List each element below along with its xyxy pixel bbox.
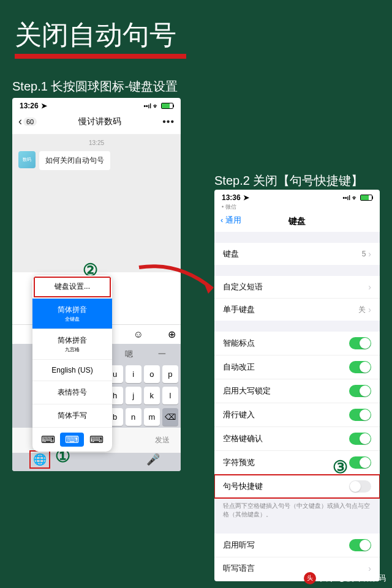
send-button[interactable]: 发送 xyxy=(149,433,176,448)
toggle[interactable] xyxy=(349,409,371,421)
keyboards-cell[interactable]: 键盘5› xyxy=(214,243,380,265)
emoji-icon[interactable]: ☺ xyxy=(134,329,143,340)
status-bar: 13:26➤ ••ılᯤ xyxy=(12,98,181,111)
avatar[interactable]: 数码 xyxy=(18,151,36,168)
kb-opt-label: 简体拼音 xyxy=(58,305,87,314)
phone2-screenshot: 13:36➤ ••ılᯤ • 微信 ‹ 通用 键盘 键盘5› 自定义短语› 单手… xyxy=(214,190,380,581)
kb-mode-left[interactable]: ⌨ xyxy=(36,433,60,447)
chat-title: 慢讨讲数码 xyxy=(37,116,162,127)
toggle[interactable] xyxy=(349,433,371,445)
char-preview-cell[interactable]: 字符预览 xyxy=(214,451,380,475)
toutiao-icon: 头 xyxy=(304,572,316,584)
status-bar: 13:36➤ ••ılᯤ xyxy=(214,190,380,203)
capslock-cell[interactable]: 启用大写锁定 xyxy=(214,379,380,403)
message-bubble: 如何关闭自动句号 xyxy=(39,151,110,170)
keyboard-option-selected[interactable]: 简体拼音 全键盘 xyxy=(32,299,112,329)
message-timestamp: 13:25 xyxy=(12,140,181,146)
dictation-cell[interactable]: 启用听写 xyxy=(214,534,380,557)
wifi-icon: ᯤ xyxy=(352,195,358,201)
slide-cell[interactable]: 滑行键入 xyxy=(214,403,380,427)
key[interactable]: n xyxy=(126,408,141,426)
globe-highlight xyxy=(29,450,50,469)
key[interactable]: j xyxy=(126,387,141,404)
suggestion[interactable]: 一 xyxy=(146,349,178,359)
smart-punct-cell[interactable]: 智能标点 xyxy=(214,332,380,355)
key[interactable]: i xyxy=(126,365,141,383)
toggle[interactable] xyxy=(349,539,371,551)
phrases-cell[interactable]: 自定义短语› xyxy=(214,276,380,299)
delete-key[interactable]: ⌫ xyxy=(162,408,178,426)
status-time: 13:26 xyxy=(20,102,39,110)
plus-icon[interactable]: ⊕ xyxy=(168,329,176,340)
key[interactable]: p xyxy=(162,365,178,383)
mic-icon[interactable]: 🎤 xyxy=(146,453,160,466)
chevron-icon: › xyxy=(368,305,371,314)
kb-opt-label: 简体拼音 xyxy=(58,336,87,344)
kb-opt-sub: 九宫格 xyxy=(32,346,112,353)
space-confirm-cell[interactable]: 空格键确认 xyxy=(214,427,380,451)
keyboard-switcher-popup: 键盘设置... 简体拼音 全键盘 简体拼音 九宫格 English (US) 表… xyxy=(32,275,112,452)
kb-opt-sub: 全键盘 xyxy=(32,316,112,322)
toggle[interactable] xyxy=(349,456,371,469)
keyboard-mode-row: ⌨ ⌨ ⌨ xyxy=(32,428,112,452)
step1-label: Step.1 长按圆球图标-键盘设置 xyxy=(12,78,178,95)
phone1-screenshot: 13:26➤ ••ılᯤ ‹ 60 慢讨讲数码 ••• 13:25 数码 如何关… xyxy=(12,98,181,471)
period-shortcut-cell[interactable]: 句号快捷键 xyxy=(214,475,380,498)
title-underline xyxy=(15,54,186,59)
kb-mode-full[interactable]: ⌨ xyxy=(60,433,84,447)
more-icon[interactable]: ••• xyxy=(162,116,175,127)
toggle[interactable] xyxy=(349,337,371,349)
key[interactable]: k xyxy=(144,387,160,404)
key[interactable]: m xyxy=(144,408,160,426)
unread-badge: 60 xyxy=(23,117,37,126)
wifi-icon: ᯤ xyxy=(153,103,159,110)
suggestion[interactable]: 嗯 xyxy=(113,349,145,359)
chat-body: 13:25 数码 如何关闭自动句号 xyxy=(12,135,181,272)
period-hint: 轻点两下空格键插入句号（中文键盘）或插入句点与空格（其他键盘）。 xyxy=(214,498,380,523)
chat-header: ‹ 60 慢讨讲数码 ••• xyxy=(12,111,181,135)
key[interactable]: o xyxy=(144,365,160,383)
status-time: 13:36 xyxy=(222,193,241,202)
kb-mode-right[interactable]: ⌨ xyxy=(85,433,108,447)
keyboard-option[interactable]: 表情符号 xyxy=(32,381,112,404)
keyboard-option[interactable]: 简体拼音 九宫格 xyxy=(32,329,112,360)
onehand-cell[interactable]: 单手键盘关› xyxy=(214,299,380,321)
keyboard-settings-item[interactable]: 键盘设置... xyxy=(32,275,112,299)
toggle[interactable] xyxy=(349,480,371,493)
autocorrect-cell[interactable]: 自动改正 xyxy=(214,355,380,379)
toggle[interactable] xyxy=(349,361,371,373)
key[interactable]: l xyxy=(162,387,178,404)
back-button[interactable]: ‹ xyxy=(18,115,22,128)
signal-icon: ••ıl xyxy=(143,103,151,110)
keyboard-option[interactable]: 简体手写 xyxy=(32,404,112,428)
location-icon: ➤ xyxy=(41,102,47,110)
signal-icon: ••ıl xyxy=(342,195,350,201)
settings-body: 键盘5› 自定义短语› 单手键盘关› 智能标点 自动改正 启用大写锁定 滑行键入… xyxy=(214,232,380,575)
watermark: 头 头条 @慢讨讲数码 xyxy=(304,572,386,584)
annotation-3: ③ xyxy=(333,457,348,477)
location-icon: ➤ xyxy=(243,193,249,202)
step2-label: Step.2 关闭【句号快捷键】 xyxy=(214,173,363,189)
toggle[interactable] xyxy=(349,385,371,397)
chevron-icon: › xyxy=(368,249,371,259)
battery-icon xyxy=(161,103,173,109)
message-row: 数码 如何关闭自动句号 xyxy=(12,146,181,175)
carrier-label: • 微信 xyxy=(214,203,380,211)
keyboard-option[interactable]: English (US) xyxy=(32,360,112,381)
battery-icon xyxy=(360,195,372,201)
page-title: 关闭自动句号 xyxy=(15,17,176,53)
chevron-icon: › xyxy=(368,282,371,292)
